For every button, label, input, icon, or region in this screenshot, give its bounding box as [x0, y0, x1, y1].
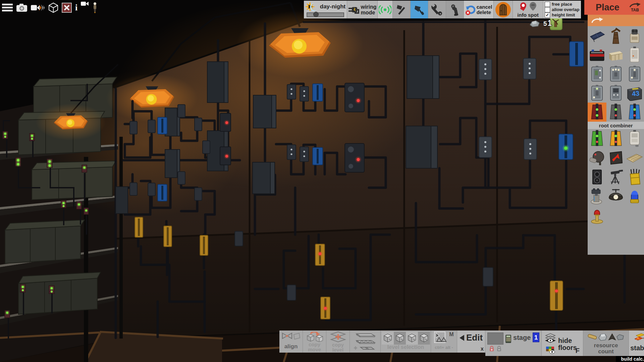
item-ceiling-light[interactable] — [606, 186, 625, 205]
free-place-checkbox[interactable] — [545, 2, 550, 7]
copy-level-icon — [329, 331, 347, 342]
level-select-3[interactable] — [406, 332, 418, 345]
day-night-label: day-night — [320, 3, 346, 10]
item-root-combiner-yellow[interactable] — [606, 129, 625, 148]
item-small-wood-battery[interactable] — [606, 45, 625, 64]
panel-back-row[interactable] — [588, 15, 644, 26]
item-car-battery[interactable] — [588, 45, 606, 64]
height-limit-checkbox[interactable]: ✓ — [545, 12, 550, 18]
place-panel: 43 root combiner — [588, 15, 644, 255]
stability-button[interactable]: stability — [629, 330, 644, 356]
info-icon[interactable]: i — [75, 3, 77, 13]
stage-group: stage 1 — [485, 330, 542, 356]
calculator-icon[interactable] — [505, 333, 511, 345]
day-night-slider-knob[interactable] — [313, 12, 319, 17]
item-root-combiner-red[interactable] — [588, 103, 606, 122]
item-red-siren-light[interactable] — [588, 205, 606, 225]
level-select-2[interactable] — [394, 332, 406, 345]
stage-value-badge[interactable]: 1 — [533, 333, 539, 342]
info-spot-button[interactable]: info spot — [513, 1, 543, 18]
curl-arrow-icon — [591, 17, 603, 23]
plug-icon — [348, 4, 359, 15]
placement-options: free place allow overlap ✓ height limit — [543, 1, 581, 18]
hide-floors-button[interactable]: hide floors F — [542, 330, 583, 356]
item-root-combiner-green[interactable] — [588, 129, 606, 148]
wrench-icon — [431, 3, 443, 16]
color-visibility-icon — [545, 346, 555, 355]
item-root-combiner-gray[interactable] — [606, 103, 625, 122]
item-auto-turret[interactable] — [606, 167, 625, 186]
wrench-tool-button[interactable] — [428, 1, 446, 18]
item-speaker[interactable] — [588, 167, 606, 186]
lock-remove-icon[interactable] — [496, 346, 502, 352]
stone-icon — [529, 19, 541, 28]
day-night-slider[interactable] — [307, 12, 344, 17]
place-title: Place — [596, 2, 629, 13]
viewport-3d[interactable] — [0, 0, 644, 362]
item-root-combiner-blue[interactable] — [625, 103, 644, 122]
option-height-limit[interactable]: ✓ height limit — [545, 12, 580, 17]
copy-level-button[interactable]: copy level — [326, 330, 350, 353]
tab-arrow-icon — [629, 2, 641, 8]
door-tool-button[interactable] — [494, 1, 513, 18]
place-header[interactable]: Place TAB — [584, 0, 644, 15]
item-search-light[interactable] — [588, 148, 606, 167]
item-large-battery[interactable] — [625, 45, 644, 64]
day-night-button[interactable]: day-night — [304, 1, 347, 18]
item-neon-sign[interactable] — [606, 148, 625, 167]
edit-close[interactable]: x — [481, 346, 484, 352]
align-button[interactable]: align — [279, 330, 303, 353]
item-generator[interactable] — [625, 26, 644, 45]
option-allow-overlap[interactable]: allow overlap — [545, 7, 580, 12]
mini-camera-icon[interactable] — [81, 1, 89, 6]
level-select-1[interactable] — [382, 332, 394, 345]
item-industrial-machine[interactable] — [588, 186, 606, 205]
item-solar-panel[interactable] — [588, 26, 606, 45]
level-select-4[interactable] — [418, 332, 430, 345]
menu-icon[interactable] — [2, 3, 13, 12]
character-figure-icon[interactable] — [92, 2, 98, 13]
item-floor-pallet[interactable] — [625, 148, 644, 167]
timelapse-video-icon[interactable] — [31, 4, 45, 12]
cancel-delete-icon — [465, 4, 475, 15]
item-memory-cell[interactable] — [606, 83, 625, 103]
item-timer[interactable] — [606, 64, 625, 83]
resource-count-button[interactable]: resource count — [583, 330, 629, 356]
item-smart-switch[interactable] — [588, 64, 606, 83]
level-selection-group: level selection — [381, 330, 431, 353]
resource-icons — [587, 332, 625, 343]
option-free-place[interactable]: free place — [545, 2, 580, 7]
impact-driver-tool-button[interactable] — [446, 1, 464, 18]
stage-label: stage — [513, 334, 531, 342]
item-grid: 43 — [588, 26, 644, 122]
item-blue-flasher[interactable] — [625, 186, 644, 205]
selection-mode-button[interactable]: M ctrl+ alt - — [431, 330, 457, 353]
item-power-meter[interactable] — [625, 129, 644, 148]
item-rf-broadcaster[interactable] — [625, 167, 644, 186]
stone-count: 5 — [543, 20, 547, 27]
cancel-delete-label: cancel delete — [477, 4, 492, 15]
copy-move-button[interactable]: copy move — [303, 330, 326, 353]
impact-driver-icon — [448, 4, 461, 16]
build-calc-label[interactable]: build calc. — [616, 356, 644, 362]
item-counter[interactable]: 43 — [625, 83, 644, 103]
item-blocker[interactable] — [588, 83, 606, 103]
rf-signal-button[interactable] — [378, 1, 393, 18]
item-count: 1 — [548, 19, 552, 28]
rf-signal-icon — [379, 5, 391, 15]
item-splitter[interactable] — [625, 64, 644, 83]
stage-thumbnail — [487, 333, 503, 345]
clear-delete-icon[interactable] — [62, 3, 72, 13]
hatchet-tool-button[interactable] — [393, 1, 411, 18]
hide-floors-icon — [544, 333, 556, 345]
floor-type-buttons[interactable] — [350, 330, 381, 353]
edit-button[interactable]: Edit x — [457, 330, 485, 353]
cancel-delete-button[interactable]: cancel delete — [464, 1, 494, 18]
trowel-tool-button[interactable] — [411, 1, 428, 18]
allow-overlap-checkbox[interactable] — [545, 7, 550, 12]
3d-cube-icon[interactable] — [48, 2, 58, 13]
item-wind-turbine[interactable] — [606, 26, 625, 45]
wiring-mode-button[interactable]: wiring mode — [347, 1, 378, 18]
lock-add-icon[interactable] — [489, 346, 495, 352]
screenshot-camera-icon[interactable] — [16, 3, 28, 12]
